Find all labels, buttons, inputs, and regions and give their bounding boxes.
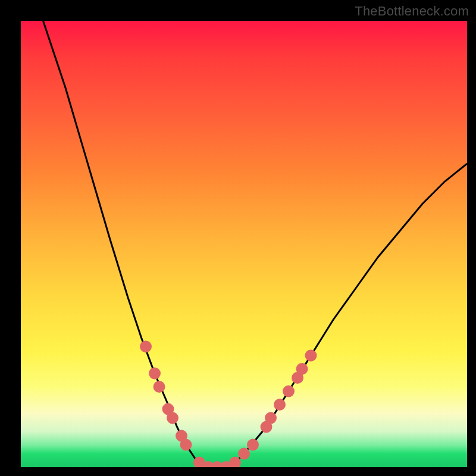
data-marker (283, 386, 295, 397)
data-marker (274, 399, 286, 411)
data-marker (154, 381, 165, 393)
plot-area (21, 21, 467, 467)
bottleneck-curve (43, 21, 468, 467)
data-marker (167, 412, 178, 424)
data-marker (305, 350, 317, 362)
marker-group (140, 341, 317, 468)
data-marker (180, 439, 192, 451)
data-marker (247, 439, 259, 451)
watermark-text: TheBottleneck.com (355, 4, 469, 19)
chart-frame: TheBottleneck.com (0, 0, 476, 476)
data-marker (238, 448, 250, 460)
data-marker (265, 412, 277, 424)
data-marker (296, 363, 308, 375)
data-marker (149, 368, 161, 380)
curve-layer (21, 21, 467, 467)
data-marker (140, 341, 152, 353)
